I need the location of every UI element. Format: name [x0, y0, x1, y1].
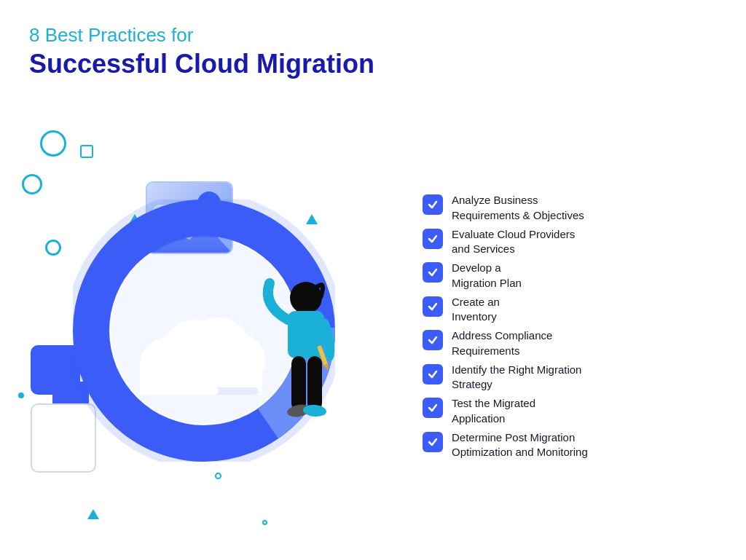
checklist-text-6: Identify the Right MigrationStrategy — [452, 363, 581, 393]
header: 8 Best Practices for Successful Cloud Mi… — [0, 0, 746, 87]
checklist-text-8: Determine Post MigrationOptimization and… — [452, 430, 588, 460]
check-box-1 — [423, 194, 443, 215]
check-box-8 — [423, 432, 443, 452]
list-item: Test the MigratedApplication — [423, 396, 724, 426]
list-item: Determine Post MigrationOptimization and… — [423, 430, 724, 460]
main-content: Analyze BusinessRequirements & Objective… — [0, 87, 746, 560]
list-item: Address ComplianceRequirements — [423, 328, 724, 358]
svg-rect-17 — [291, 356, 306, 411]
page-container: 8 Best Practices for Successful Cloud Mi… — [0, 0, 746, 560]
header-subtitle: 8 Best Practices for — [29, 23, 717, 48]
checklist-text-5: Address ComplianceRequirements — [452, 328, 552, 358]
deco-circle-3 — [45, 240, 61, 256]
illustration-area — [0, 87, 408, 560]
checklist-text-1: Analyze BusinessRequirements & Objective… — [452, 193, 584, 223]
person-figure — [248, 240, 364, 473]
checklist-text-2: Evaluate Cloud Providersand Services — [452, 227, 575, 257]
svg-point-13 — [293, 283, 319, 295]
svg-rect-11 — [146, 387, 219, 395]
list-item: Evaluate Cloud Providersand Services — [423, 227, 724, 257]
list-item: Identify the Right MigrationStrategy — [423, 363, 724, 393]
deco-circle-2 — [22, 174, 42, 194]
svg-rect-18 — [307, 356, 322, 411]
checklist-text-4: Create anInventory — [452, 295, 500, 325]
deco-circle-1 — [40, 130, 66, 157]
list-item: Develop aMigration Plan — [423, 261, 724, 291]
deco-dot-3 — [262, 520, 267, 525]
deco-triangle-2 — [87, 509, 99, 519]
checklist-text-3: Develop aMigration Plan — [452, 261, 522, 291]
check-box-4 — [423, 296, 443, 317]
checklist-text-7: Test the MigratedApplication — [452, 396, 535, 426]
check-box-6 — [423, 364, 443, 384]
header-title: Successful Cloud Migration — [29, 48, 717, 79]
deco-dot-1 — [18, 393, 24, 398]
svg-point-8 — [191, 318, 246, 361]
checklist-area: Analyze BusinessRequirements & Objective… — [408, 87, 746, 560]
check-box-5 — [423, 330, 443, 350]
check-box-2 — [423, 229, 443, 249]
check-box-3 — [423, 262, 443, 283]
list-item: Create anInventory — [423, 295, 724, 325]
list-item: Analyze BusinessRequirements & Objective… — [423, 193, 724, 223]
deco-square-1 — [80, 145, 93, 158]
check-box-7 — [423, 398, 443, 418]
svg-marker-16 — [323, 363, 330, 371]
deco-dot-2 — [215, 473, 221, 479]
